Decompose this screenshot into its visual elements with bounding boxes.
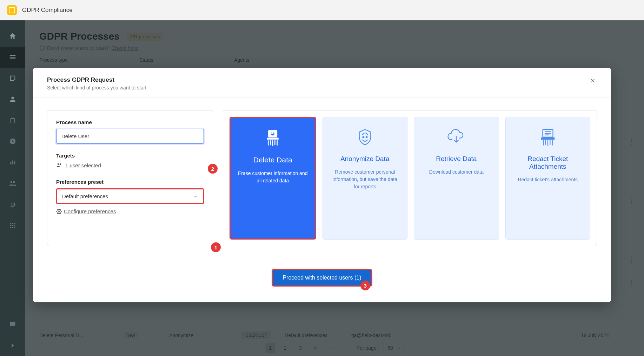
option-retrieve-data[interactable]: Retrieve Data Download customer data [414, 117, 499, 240]
sidebar-item-inbox[interactable] [0, 68, 25, 89]
sidebar-item-apps[interactable] [0, 215, 25, 236]
modal-header: Process GDPR Request Select which kind o… [33, 68, 611, 98]
callout-badge-2: 2 [208, 164, 218, 174]
modal-title: Process GDPR Request [47, 76, 146, 83]
top-header: GDPR Compliance [0, 0, 644, 20]
sidebar-item-expand[interactable] [0, 335, 25, 356]
prefs-value: Default preferences [62, 193, 108, 199]
svg-point-16 [363, 136, 364, 138]
option-redact-attachments[interactable]: Redact Ticket Attachments Redact ticket'… [505, 117, 591, 240]
cloud-download-icon [446, 127, 466, 147]
shred-icon [263, 128, 283, 148]
svg-rect-22 [542, 138, 554, 140]
configure-prefs-link[interactable]: Configure preferences [56, 208, 204, 214]
redact-icon [538, 127, 558, 147]
process-name-input[interactable] [56, 129, 204, 144]
option-anonymize-data[interactable]: Anonymize Data Remove customer personal … [323, 117, 408, 240]
option-delete-data[interactable]: Delete Data Erase customer information a… [230, 117, 316, 240]
svg-point-17 [366, 136, 367, 138]
process-name-label: Process name [56, 119, 204, 125]
modal-subtitle: Select which kind of process you want to… [47, 85, 146, 90]
prefs-label: Preferences preset [56, 179, 204, 185]
svg-point-9 [272, 133, 273, 134]
card-desc: Remove customer personal information, bu… [329, 168, 401, 190]
options-panel: Delete Data Erase customer information a… [223, 110, 597, 246]
card-title: Delete Data [253, 156, 292, 164]
targets-link[interactable]: 1 user selected [56, 162, 204, 168]
svg-rect-10 [267, 138, 279, 140]
sidebar-item-clock[interactable] [0, 131, 25, 152]
brand-icon [7, 5, 17, 15]
card-desc: Download customer data [429, 168, 484, 176]
gdpr-request-modal: Process GDPR Request Select which kind o… [33, 68, 611, 302]
users-icon [56, 162, 62, 168]
sidebar-item-settings[interactable] [0, 194, 25, 215]
sidebar-item-battery[interactable] [0, 110, 25, 131]
chevron-down-icon [193, 194, 198, 199]
sidebar-item-list[interactable] [0, 47, 25, 68]
left-panel: Process name Targets 1 user selected Pre… [47, 110, 213, 246]
proceed-button[interactable]: Proceed with selected users (1) 3 [272, 269, 372, 287]
sidebar-item-users[interactable] [0, 89, 25, 110]
card-title: Retrieve Data [436, 155, 477, 163]
close-icon [590, 78, 596, 84]
sidebar-item-analytics[interactable] [0, 152, 25, 173]
gear-icon [56, 209, 62, 214]
anonymize-icon [355, 127, 375, 147]
card-title: Redact Ticket Attachments [512, 155, 584, 170]
config-link-text: Configure preferences [64, 208, 116, 214]
targets-link-text: 1 user selected [65, 162, 101, 168]
prefs-select[interactable]: Default preferences [57, 189, 203, 203]
svg-point-6 [58, 211, 60, 212]
modal-body: Process name Targets 1 user selected Pre… [33, 98, 611, 258]
callout-badge-3: 3 [360, 281, 370, 290]
close-button[interactable] [589, 76, 597, 85]
card-title: Anonymize Data [340, 155, 389, 163]
card-desc: Erase customer information and all relat… [237, 170, 309, 184]
sidebar-item-people[interactable] [0, 173, 25, 194]
brand-title: GDPR Compliance [22, 7, 73, 14]
prefs-select-highlight: Default preferences [56, 188, 204, 204]
sidebar-item-home[interactable] [0, 26, 25, 47]
proceed-label: Proceed with selected users (1) [283, 275, 361, 281]
left-sidebar [0, 20, 25, 356]
card-desc: Redact ticket's attachments [518, 176, 578, 183]
modal-footer: Proceed with selected users (1) 3 [33, 258, 611, 302]
sidebar-item-chat[interactable] [0, 314, 25, 335]
targets-label: Targets [56, 153, 204, 159]
callout-badge-1: 1 [211, 242, 221, 252]
